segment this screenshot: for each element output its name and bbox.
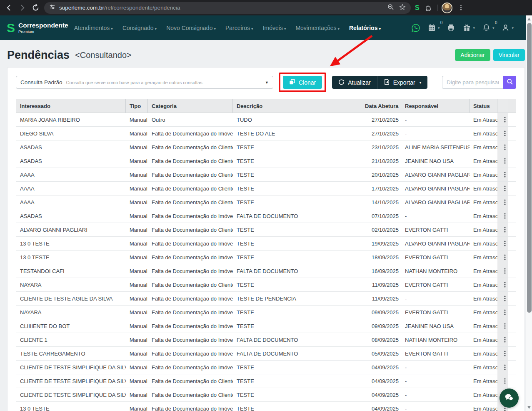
table-row[interactable]: ASADAS Manual Falta de Documentação do C… [16, 140, 516, 154]
refresh-button[interactable]: Atualizar [332, 76, 377, 89]
table-row[interactable]: CLIENTE DE TESTE SIMPLIFIQUE DA SILVA Ma… [16, 388, 516, 402]
row-actions-kebab-icon[interactable] [497, 278, 508, 291]
table-row[interactable]: NAYARA Manual Falta de Documentação do I… [16, 306, 516, 319]
nav-item-consignado[interactable]: Consignado▾ [122, 25, 157, 31]
zoom-icon[interactable] [387, 4, 394, 12]
row-actions-kebab-icon[interactable] [497, 374, 508, 388]
table-row[interactable]: DIEGO SILVA Manual Falta de Documentação… [16, 127, 516, 140]
nav-item-parceiros[interactable]: Parceiros▾ [225, 25, 253, 31]
row-actions-kebab-icon[interactable] [497, 251, 508, 264]
address-bar[interactable]: superleme.com.br/rel/correspondente/pend… [44, 2, 411, 14]
browser-back-icon[interactable] [4, 3, 13, 13]
table-row[interactable]: CLIENTE DE TESTE SIMPLIFIQUE DA SILVA Ma… [16, 361, 516, 374]
cell-interessado: ASADAS [16, 154, 126, 168]
nav-item-imoveis[interactable]: Imóveis▾ [263, 25, 286, 31]
table-row[interactable]: 13 0 TESTE Manual Falta de Documentação … [16, 237, 516, 251]
table-row[interactable]: TESTE CARREGAMENTO Manual Falta de Docum… [16, 347, 516, 361]
printer-icon[interactable] [447, 23, 455, 32]
user-icon[interactable]: ▾ [501, 23, 514, 32]
scrollbar-down-arrow[interactable] [527, 406, 531, 409]
nav-item-movimentacoes[interactable]: Movimentações▾ [295, 25, 340, 31]
row-actions-kebab-icon[interactable] [497, 264, 508, 278]
row-actions-kebab-icon[interactable] [497, 140, 508, 154]
table-row[interactable]: 13 0 TESTE Manual Falta de Documentação … [16, 251, 516, 264]
column-header-interessado[interactable]: Interessado [16, 99, 126, 113]
row-actions-kebab-icon[interactable] [497, 195, 508, 209]
chevron-down-icon: ▾ [438, 26, 440, 30]
browser-profile-avatar[interactable] [442, 3, 452, 13]
gift-icon[interactable]: ▾ [462, 23, 475, 32]
search-input[interactable] [442, 76, 503, 89]
cell-descricao: TESTE [233, 402, 361, 411]
cell-categoria: Falta de Documentação do Cliente [148, 278, 233, 291]
row-actions-kebab-icon[interactable] [497, 127, 508, 140]
cell-status: Em Atraso [470, 319, 497, 333]
url-text[interactable]: superleme.com.br/rel/correspondente/pend… [59, 5, 384, 11]
table-row[interactable]: CLIENTE 1 Manual Falta de Documentação d… [16, 333, 516, 347]
extensions-puzzle-icon[interactable] [424, 3, 433, 13]
site-controls-icon[interactable] [49, 4, 55, 12]
table-row[interactable]: CLIIIIENTE DO BOT Manual Falta de Docume… [16, 319, 516, 333]
table-row[interactable]: CLIENTE DE TESTE SIMPLIFIQUE DA SILVA Ma… [16, 374, 516, 388]
nav-item-novo-consignado[interactable]: Novo Consignado▾ [166, 25, 216, 31]
cell-categoria: Falta de Documentação do Imóvel [148, 361, 233, 374]
scrollbar-thumb[interactable] [527, 23, 532, 313]
row-actions-kebab-icon[interactable] [497, 209, 508, 223]
nav-item-relatorios[interactable]: Relatórios▾ [349, 25, 381, 31]
add-button[interactable]: Adicionar [455, 49, 490, 61]
browser-menu-icon[interactable] [457, 3, 466, 13]
table-row[interactable]: TESTANDOI CAFI Manual Falta de Documenta… [16, 264, 516, 278]
browser-reload-icon[interactable] [31, 3, 40, 13]
cell-categoria: Falta de Documentação do Cliente [148, 374, 233, 388]
bell-icon[interactable]: 0 ▾ [482, 23, 495, 32]
query-select[interactable]: Consulta Padrão Consulta que serve como … [16, 76, 273, 89]
table-row[interactable]: AAAA Manual Falta de Documentação do Cli… [16, 168, 516, 182]
row-actions-kebab-icon[interactable] [497, 361, 508, 374]
column-header-tipo[interactable]: Tipo [126, 99, 148, 113]
row-actions-kebab-icon[interactable] [497, 347, 508, 360]
annotation-highlight-box: Clonar [279, 73, 326, 92]
column-header-data-abertura[interactable]: Data Abetura [361, 99, 401, 113]
row-actions-kebab-icon[interactable] [497, 154, 508, 168]
brand[interactable]: S Correspondente Premium [7, 22, 68, 34]
report-card: Consulta Padrão Consulta que serve como … [7, 67, 525, 411]
row-actions-kebab-icon[interactable] [497, 292, 508, 305]
scrollbar-up-arrow[interactable] [527, 18, 531, 20]
column-header-categoria[interactable]: Categoria [148, 99, 233, 113]
page-scrollbar[interactable] [526, 15, 532, 411]
row-actions-kebab-icon[interactable] [497, 333, 508, 346]
column-header-responsavel[interactable]: Responsável [401, 99, 470, 113]
row-actions-kebab-icon[interactable] [497, 223, 508, 236]
table-row[interactable]: NAYARA Manual Falta de Documentação do C… [16, 278, 516, 292]
table-row[interactable]: CLIENTE DE TESTE AGILE DA SILVA Manual F… [16, 292, 516, 306]
nav-item-atendimentos[interactable]: Atendimentos▾ [74, 25, 113, 31]
calendar-icon[interactable]: 0 ▾ [427, 23, 440, 32]
table-row[interactable]: ASADAS Manual Falta de Documentação do I… [16, 209, 516, 223]
chat-fab-button[interactable] [500, 388, 519, 408]
column-header-descricao[interactable]: Descrição [233, 99, 361, 113]
row-actions-kebab-icon[interactable] [497, 319, 508, 333]
table-row[interactable]: AAAA Manual Falta de Documentação do Cli… [16, 195, 516, 209]
browser-forward-icon[interactable] [17, 3, 27, 13]
table-row[interactable]: ALVARO GIANNI PAGLIARI Manual Falta de D… [16, 223, 516, 237]
row-actions-kebab-icon[interactable] [497, 237, 508, 250]
table-row[interactable]: 13 0 TESTE Manual Falta de Documentação … [16, 402, 516, 411]
whatsapp-icon[interactable] [411, 23, 420, 33]
table-row[interactable]: MARIA JOANA RIBEIRO Manual Outro TUDO 27… [16, 113, 516, 127]
column-header-status[interactable]: Status [470, 99, 497, 113]
search-button[interactable] [503, 76, 516, 89]
export-button[interactable]: Exportar ▾ [377, 76, 427, 89]
superleme-extension-icon[interactable]: S [415, 4, 420, 12]
navbar-actions: 0 ▾ ▾ 0 ▾ ▾ [411, 23, 525, 33]
table-row[interactable]: AAAA Manual Falta de Documentação do Cli… [16, 182, 516, 195]
row-actions-kebab-icon[interactable] [497, 113, 508, 126]
cell-tipo: Manual [126, 333, 148, 346]
cell-status: Em Atraso [470, 264, 497, 278]
link-button[interactable]: Vincular [493, 49, 525, 61]
row-actions-kebab-icon[interactable] [497, 182, 508, 195]
table-row[interactable]: ASADAS Manual Falta de Documentação do C… [16, 154, 516, 168]
row-actions-kebab-icon[interactable] [497, 306, 508, 319]
bookmark-star-icon[interactable] [399, 4, 406, 12]
clone-button[interactable]: Clonar [283, 76, 322, 89]
row-actions-kebab-icon[interactable] [497, 168, 508, 181]
